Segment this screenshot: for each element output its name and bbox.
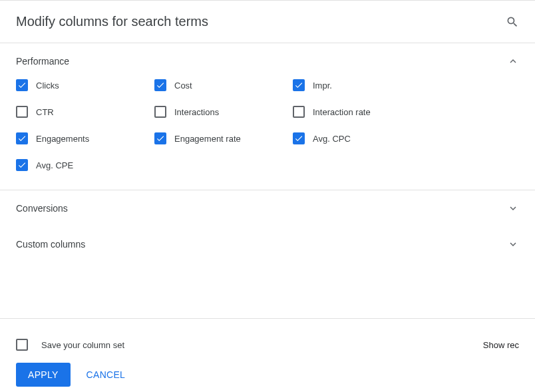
column-option[interactable]: Avg. CPE	[16, 159, 154, 171]
column-label: Impr.	[313, 81, 332, 91]
column-checkbox[interactable]	[16, 106, 28, 118]
chevron-down-icon	[507, 202, 519, 214]
save-column-set-row[interactable]: Save your column set	[16, 339, 124, 351]
page-title: Modify columns for search terms	[16, 14, 208, 29]
section-title-custom: Custom columns	[16, 239, 85, 250]
column-option[interactable]: Interactions	[154, 106, 293, 118]
column-checkbox[interactable]	[16, 79, 28, 91]
section-toggle-performance[interactable]: Performance	[0, 43, 535, 79]
column-checkbox[interactable]	[293, 106, 305, 118]
section-title-performance: Performance	[16, 56, 69, 67]
column-checkbox[interactable]	[154, 79, 166, 91]
apply-button[interactable]: APPLY	[16, 363, 71, 387]
column-checkbox[interactable]	[293, 79, 305, 91]
column-label: CTR	[36, 107, 54, 117]
column-option[interactable]: Impr.	[293, 79, 431, 91]
column-checkbox[interactable]	[16, 132, 28, 144]
column-option[interactable]: Interaction rate	[293, 106, 431, 118]
column-checkbox[interactable]	[154, 132, 166, 144]
column-label: Avg. CPC	[313, 134, 351, 144]
column-checkbox[interactable]	[293, 132, 305, 144]
performance-columns-grid: ClicksCostImpr.CTRInteractionsInteractio…	[0, 79, 535, 190]
column-option[interactable]: Engagements	[16, 132, 154, 144]
column-label: Engagement rate	[174, 134, 241, 144]
save-column-set-label: Save your column set	[41, 340, 124, 350]
save-column-set-checkbox[interactable]	[16, 339, 28, 351]
column-label: Interaction rate	[313, 107, 371, 117]
column-option[interactable]: Cost	[154, 79, 293, 91]
column-option[interactable]: Avg. CPC	[293, 132, 431, 144]
column-label: Engagements	[36, 134, 89, 144]
section-toggle-conversions[interactable]: Conversions	[0, 190, 535, 226]
cancel-button[interactable]: CANCEL	[81, 363, 131, 387]
column-label: Cost	[174, 81, 192, 91]
column-checkbox[interactable]	[16, 159, 28, 171]
section-title-conversions: Conversions	[16, 203, 68, 214]
search-icon[interactable]	[506, 15, 519, 29]
modal-header: Modify columns for search terms	[0, 0, 535, 43]
column-option[interactable]: Clicks	[16, 79, 154, 91]
column-label: Clicks	[36, 81, 59, 91]
column-option[interactable]: Engagement rate	[154, 132, 293, 144]
chevron-down-icon	[507, 238, 519, 250]
column-label: Interactions	[174, 107, 219, 117]
column-checkbox[interactable]	[154, 106, 166, 118]
chevron-up-icon	[507, 55, 519, 67]
footer: Save your column set Show rec APPLY CANC…	[0, 318, 535, 392]
section-toggle-custom[interactable]: Custom columns	[0, 226, 535, 262]
column-label: Avg. CPE	[36, 160, 73, 170]
column-option[interactable]: CTR	[16, 106, 154, 118]
show-recommended-link[interactable]: Show rec	[483, 340, 519, 350]
